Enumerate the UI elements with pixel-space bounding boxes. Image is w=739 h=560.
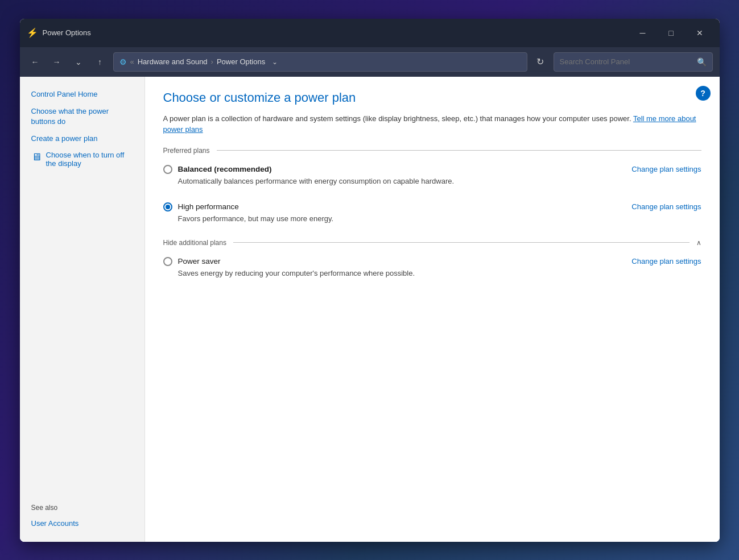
main-description: A power plan is a collection of hardware…	[163, 113, 701, 135]
preferred-plans-header: Preferred plans	[163, 147, 701, 155]
plan-radio-power-saver[interactable]	[163, 257, 172, 266]
main-panel: ? Choose or customize a power plan A pow…	[145, 77, 720, 542]
up-button[interactable]: ↑	[92, 53, 109, 70]
plan-radio-balanced[interactable]	[163, 165, 172, 174]
plan-header-high-performance: High performance Change plan settings	[163, 202, 701, 211]
plan-item-power-saver: Power saver Change plan settings Saves e…	[163, 254, 701, 282]
plan-item-balanced: Balanced (recommended) Change plan setti…	[163, 161, 701, 190]
app-icon: ⚡	[27, 27, 38, 39]
preferred-plans-label: Preferred plans	[163, 147, 210, 155]
sidebar-item-power-buttons[interactable]: Choose what the power buttons do	[20, 103, 145, 130]
help-button[interactable]: ?	[696, 86, 711, 101]
plan-name-balanced: Balanced (recommended)	[178, 165, 632, 173]
breadcrumb-separator: ›	[211, 57, 213, 66]
sidebar-item-control-panel-home[interactable]: Control Panel Home	[20, 86, 145, 103]
plan-settings-high-performance[interactable]: Change plan settings	[631, 202, 701, 211]
sidebar-item-user-accounts[interactable]: User Accounts	[20, 515, 145, 532]
plan-header-power-saver: Power saver Change plan settings	[163, 257, 701, 266]
search-field[interactable]: 🔍	[554, 52, 713, 72]
breadcrumb-parent[interactable]: Hardware and Sound	[138, 57, 208, 66]
additional-plans-header: Hide additional plans ∧	[163, 239, 701, 247]
sidebar-item-create-plan[interactable]: Create a power plan	[20, 130, 145, 147]
plan-settings-power-saver[interactable]: Change plan settings	[631, 257, 701, 266]
breadcrumb-prefix: «	[130, 57, 134, 66]
back-button[interactable]: ←	[27, 53, 44, 70]
address-field[interactable]: ⚙ « Hardware and Sound › Power Options ⌄	[113, 52, 527, 72]
plan-description-power-saver: Saves energy by reducing your computer's…	[178, 268, 701, 279]
address-bar: ← → ⌄ ↑ ⚙ « Hardware and Sound › Power O…	[20, 47, 720, 77]
breadcrumb-current: Power Options	[217, 57, 265, 66]
dropdown-history-button[interactable]: ⌄	[70, 53, 87, 70]
plan-settings-balanced[interactable]: Change plan settings	[631, 165, 701, 173]
search-input[interactable]	[560, 57, 693, 66]
sidebar-item-turn-off-display-label: Choose when to turn off the display	[46, 151, 133, 168]
content-area: Control Panel Home Choose what the power…	[20, 77, 720, 542]
search-icon: 🔍	[697, 57, 707, 67]
window-title: Power Options	[43, 28, 630, 37]
see-also-label: See also	[20, 500, 145, 515]
sidebar-spacer	[20, 171, 145, 500]
breadcrumb-icon: ⚙	[119, 57, 127, 67]
window-controls: ─ □ ✕	[630, 24, 713, 42]
plan-description-balanced: Automatically balances performance with …	[178, 176, 701, 186]
title-bar: ⚡ Power Options ─ □ ✕	[20, 19, 720, 47]
display-icon: 🖥	[31, 151, 42, 163]
plan-radio-high-performance[interactable]	[163, 202, 172, 211]
address-dropdown-button[interactable]: ⌄	[269, 58, 281, 66]
page-title: Choose or customize a power plan	[163, 90, 701, 105]
additional-plans-divider	[233, 242, 690, 243]
sidebar-item-turn-off-display[interactable]: 🖥 Choose when to turn off the display	[20, 147, 145, 171]
sidebar: Control Panel Home Choose what the power…	[20, 77, 145, 542]
close-button[interactable]: ✕	[687, 24, 713, 42]
minimize-button[interactable]: ─	[630, 24, 656, 42]
forward-button[interactable]: →	[48, 53, 65, 70]
plan-header-balanced: Balanced (recommended) Change plan setti…	[163, 165, 701, 174]
plan-item-high-performance: High performance Change plan settings Fa…	[163, 199, 701, 227]
plan-description-high-performance: Favors performance, but may use more ene…	[178, 214, 701, 224]
collapse-additional-plans-button[interactable]: ∧	[696, 239, 701, 247]
plan-name-high-performance: High performance	[178, 202, 632, 211]
refresh-button[interactable]: ↻	[532, 53, 549, 70]
window: ⚡ Power Options ─ □ ✕ ← → ⌄ ↑ ⚙ « Hardwa…	[20, 19, 720, 542]
maximize-button[interactable]: □	[658, 24, 684, 42]
plan-name-power-saver: Power saver	[178, 257, 632, 266]
description-text: A power plan is a collection of hardware…	[163, 114, 631, 123]
additional-plans-label: Hide additional plans	[163, 239, 226, 247]
preferred-plans-divider	[217, 150, 701, 151]
